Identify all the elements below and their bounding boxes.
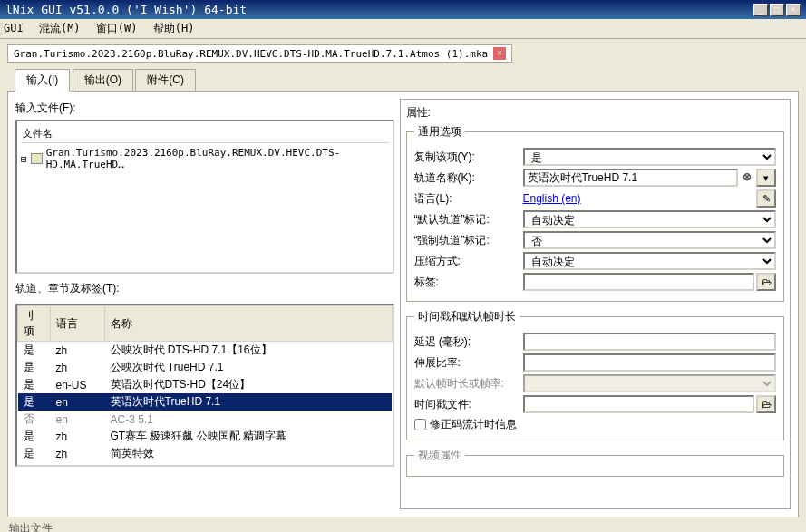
properties-label: 属性:: [406, 105, 785, 121]
output-file-label: 输出文件: [7, 517, 799, 532]
stretch-input[interactable]: [523, 353, 777, 372]
open-file-name: Gran.Turismo.2023.2160p.BluRay.REMUX.DV.…: [14, 48, 488, 60]
input-files-label: 输入文件(F):: [15, 101, 394, 116]
copy-label: 复制该项(Y):: [414, 150, 523, 165]
fps-select: [523, 374, 777, 392]
table-row[interactable]: 是zhGT赛车 极速狂飙 公映国配 精调字幕: [18, 428, 393, 445]
open-file-tab[interactable]: Gran.Turismo.2023.2160p.BluRay.REMUX.DV.…: [7, 44, 512, 63]
col-name[interactable]: 名称: [105, 306, 393, 342]
input-files-tree[interactable]: 文件名 ⊟ Gran.Turismo.2023.2160p.BluRay.REM…: [15, 120, 394, 274]
tsfile-input[interactable]: [523, 395, 755, 413]
group-general-legend: 通用选项: [414, 124, 465, 140]
group-general: 通用选项 复制该项(Y): 是 轨道名称(K): ⊗ ▾ 语言(L):: [406, 124, 785, 302]
compression-select[interactable]: 自动决定: [523, 252, 777, 270]
menu-window[interactable]: 窗口(W): [96, 22, 138, 34]
table-row[interactable]: 是en英语次时代TrueHD 7.1: [18, 393, 393, 411]
col-copy[interactable]: 刂项: [18, 306, 51, 342]
menu-gui[interactable]: GUI: [4, 22, 24, 34]
fps-label: 默认帧时长或帧率:: [414, 376, 523, 392]
group-timestamps: 时间戳和默认帧时长 延迟 (毫秒): 伸展比率: 默认帧时长或帧率: 时间戳文件…: [406, 309, 785, 440]
tags-label: 标签:: [414, 275, 523, 290]
close-button[interactable]: ×: [786, 4, 801, 16]
table-row[interactable]: 否enAC-3 5.1: [18, 411, 393, 428]
delay-input[interactable]: [523, 333, 777, 351]
default-track-label: “默认轨道”标记:: [414, 212, 523, 227]
stretch-label: 伸展比率:: [414, 355, 523, 371]
tree-header: 文件名: [21, 125, 389, 143]
menu-mix[interactable]: 混流(M): [39, 22, 81, 34]
tracks-table[interactable]: 刂项 语言 名称 是zh公映次时代 DTS-HD 7.1【16位】是zh公映次时…: [15, 304, 394, 467]
fix-timing-label: 修正码流计时信息: [430, 417, 517, 432]
col-lang[interactable]: 语言: [51, 306, 105, 342]
tags-input[interactable]: [523, 273, 755, 291]
group-video-legend: 视频属性: [414, 448, 465, 463]
tree-expand-icon[interactable]: ⊟: [21, 153, 27, 165]
table-row[interactable]: 是en-US英语次时代DTS-HD【24位】: [18, 376, 393, 393]
edit-icon[interactable]: ✎: [756, 189, 776, 208]
tab-output[interactable]: 输出(O): [73, 69, 133, 91]
file-node[interactable]: ⊟ Gran.Turismo.2023.2160p.BluRay.REMUX.D…: [21, 147, 389, 170]
clear-icon[interactable]: ⊗: [740, 170, 754, 185]
trackname-label: 轨道名称(K):: [414, 170, 523, 186]
close-icon[interactable]: ×: [493, 47, 506, 60]
language-link[interactable]: English (en): [523, 192, 755, 205]
tsfile-label: 时间戳文件:: [414, 397, 523, 412]
menu-help[interactable]: 帮助(H): [153, 22, 195, 34]
delay-label: 延迟 (毫秒):: [414, 334, 523, 350]
file-icon: [31, 153, 43, 164]
minimize-button[interactable]: _: [753, 4, 768, 16]
window-title: lNix GUI v51.0.0 ('I Wish') 64-bit: [5, 3, 247, 16]
browse-tsfile-icon[interactable]: 🗁: [756, 395, 776, 413]
tab-attachments[interactable]: 附件(C): [135, 69, 196, 91]
language-label: 语言(L):: [414, 191, 523, 207]
maximize-button[interactable]: □: [770, 4, 784, 16]
default-track-select[interactable]: 自动决定: [523, 210, 777, 228]
trackname-dropdown-button[interactable]: ▾: [756, 169, 776, 187]
copy-select[interactable]: 是: [523, 148, 777, 166]
group-timestamps-legend: 时间戳和默认帧时长: [414, 309, 520, 324]
table-row[interactable]: 是zh公映次时代 TrueHD 7.1: [18, 359, 393, 376]
table-row[interactable]: 是zh公映次时代 DTS-HD 7.1【16位】: [18, 342, 393, 360]
fix-timing-checkbox[interactable]: [414, 419, 426, 430]
forced-track-select[interactable]: 否: [523, 231, 777, 249]
compression-label: 压缩方式:: [414, 254, 523, 269]
tab-input[interactable]: 输入(I): [15, 69, 70, 92]
tracks-label: 轨道、章节及标签(T):: [15, 281, 394, 296]
table-row[interactable]: 是zh繁英特效: [18, 462, 393, 467]
browse-icon[interactable]: 🗁: [756, 273, 776, 291]
table-row[interactable]: 是zh简英特效: [18, 445, 393, 462]
file-node-label: Gran.Turismo.2023.2160p.BluRay.REMUX.DV.…: [46, 147, 389, 170]
forced-track-label: “强制轨道”标记:: [414, 233, 523, 248]
trackname-input[interactable]: [523, 169, 739, 187]
group-video: 视频属性: [406, 448, 785, 477]
